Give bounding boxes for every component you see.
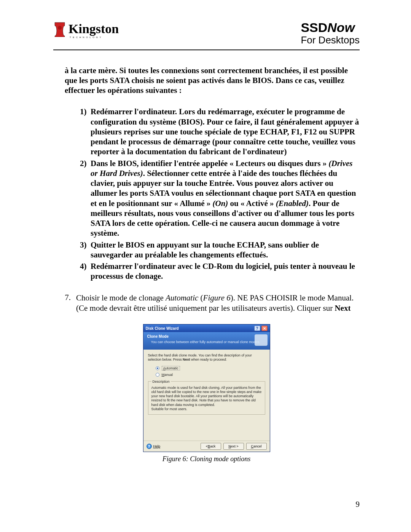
list-item: 3) Quitter le BIOS en appuyant sur la to… — [80, 240, 360, 260]
header-rule — [53, 50, 360, 50]
radio-manual-label: Manual — [162, 373, 173, 377]
description-text: Automatic mode is used for hard disk clo… — [151, 386, 262, 412]
step7-marker: 7. — [65, 293, 76, 302]
svg-point-0 — [58, 26, 62, 30]
list-item: 2) Dans le BIOS, identifier l'entrée app… — [80, 158, 360, 238]
radio-icon — [156, 366, 159, 370]
figure-caption: Figure 6: Cloning mode options — [53, 455, 360, 463]
wizard-header: Clone Mode You can choose between either… — [143, 332, 270, 350]
title-ssd: SSD — [301, 20, 327, 35]
list-body-2: Dans le BIOS, identifier l'entrée appelé… — [91, 158, 360, 238]
figure-6: Disk Clone Wizard ? ✕ Clone Mode You can… — [53, 324, 360, 463]
close-button[interactable]: ✕ — [261, 326, 268, 331]
kingston-logo: Kingston TECHNOLOGY — [53, 21, 119, 37]
description-group: Description Automatic mode is used for h… — [148, 380, 265, 415]
list-body-4: Redémarrer l'ordinateur avec le CD-Rom d… — [91, 261, 360, 281]
list-item: 1) Redémarrer l'ordinateur. Lors du redé… — [80, 107, 360, 157]
titlebar-help-button[interactable]: ? — [254, 326, 260, 331]
radio-automatic[interactable]: Automatic — [156, 366, 265, 371]
description-legend: Description — [151, 380, 171, 383]
back-button[interactable]: < Back — [201, 443, 221, 450]
kingston-head-icon — [53, 21, 66, 37]
disk-icon — [255, 334, 268, 346]
radio-manual[interactable]: Manual — [156, 373, 265, 377]
cancel-button[interactable]: Cancel — [246, 443, 267, 450]
list-body-1: Redémarrer l'ordinateur. Lors du redémar… — [91, 107, 360, 157]
list-marker-2: 2) — [80, 158, 91, 168]
help-link[interactable]: ? Help — [147, 444, 161, 449]
radio-icon — [156, 373, 159, 377]
help-icon: ? — [147, 444, 152, 449]
radio-automatic-label: Automatic — [162, 366, 180, 371]
bios-steps-list: 1) Redémarrer l'ordinateur. Lors du redé… — [80, 107, 360, 281]
step7-body: Choisir le mode de clonage Automatic (Fi… — [76, 293, 360, 314]
list-marker-3: 3) — [80, 240, 91, 250]
page-header: Kingston TECHNOLOGY SSDNow For Desktops — [53, 21, 360, 46]
title-subtitle: For Desktops — [301, 35, 360, 46]
list-marker-1: 1) — [80, 107, 91, 117]
list-body-3: Quitter le BIOS en appuyant sur la touch… — [91, 240, 360, 260]
page-number: 9 — [356, 500, 360, 509]
wizard-header-subtitle: You can choose between either fully auto… — [151, 340, 266, 344]
wizard-footer: ? Help < Back Next > Cancel — [143, 441, 270, 452]
wizard-header-title: Clone Mode — [147, 334, 266, 339]
next-button[interactable]: Next > — [223, 443, 244, 450]
intro-paragraph: à la carte mère. Si toutes les connexion… — [65, 66, 360, 96]
brand-tagline: TECHNOLOGY — [70, 36, 103, 38]
step-7: 7. Choisir le mode de clonage Automatic … — [65, 293, 360, 314]
disk-clone-wizard-window: Disk Clone Wizard ? ✕ Clone Mode You can… — [143, 324, 270, 452]
list-marker-4: 4) — [80, 261, 91, 271]
wizard-body: Select the hard disk clone mode. You can… — [143, 350, 270, 441]
wizard-body-intro: Select the hard disk clone mode. You can… — [148, 353, 265, 362]
product-title: SSDNow For Desktops — [301, 21, 360, 46]
brand-name: Kingston — [68, 22, 119, 36]
wizard-title: Disk Clone Wizard — [146, 326, 179, 331]
title-now: Now — [327, 20, 355, 35]
wizard-titlebar: Disk Clone Wizard ? ✕ — [143, 324, 270, 332]
list-item: 4) Redémarrer l'ordinateur avec le CD-Ro… — [80, 261, 360, 281]
